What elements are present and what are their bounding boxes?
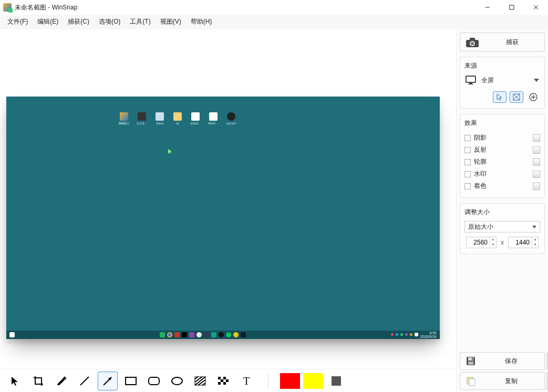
ellipse-tool[interactable] [167,372,187,390]
pixelate-tool[interactable] [213,372,233,390]
width-input[interactable]: ▲▼ [466,237,497,248]
svg-marker-30 [497,94,502,100]
svg-point-25 [471,42,474,45]
svg-rect-26 [466,76,475,82]
save-icon [466,356,476,366]
resize-panel: 调整大小 原始大小 ▲▼ x ▲▼ [460,203,545,254]
checkbox-icon[interactable] [464,171,471,177]
effect-settings-icon[interactable] [533,146,540,154]
svg-marker-5 [12,377,18,386]
title-bar: 未命名截图 - WinSnap [0,0,548,15]
effect-settings-icon[interactable] [533,158,540,166]
effect-colorize-row[interactable]: 着色 [464,180,540,192]
copy-icon [466,376,476,386]
height-input[interactable]: ▲▼ [508,237,539,248]
copy-button[interactable]: 复制 [460,372,545,390]
effect-reflection-row[interactable]: 反射 [464,144,540,156]
chevron-down-icon [534,79,539,82]
line-tool[interactable] [75,372,95,390]
svg-line-8 [80,377,89,385]
screenshot-taskbar: 8:55 2020/9/24 [6,331,440,339]
copy-dropdown-sliver[interactable] [546,372,548,390]
resize-header: 调整大小 [464,208,540,217]
resize-mode-select[interactable]: 原始大小 [464,221,540,232]
menu-edit[interactable]: 编辑(E) [33,15,63,28]
svg-rect-43 [469,379,475,386]
menu-options[interactable]: 选项(O) [95,15,125,28]
effect-outline-row[interactable]: 轮廓 [464,156,540,168]
svg-rect-15 [218,377,221,379]
effect-settings-icon[interactable] [533,183,540,190]
source-header: 来源 [464,61,540,70]
chevron-down-icon [532,226,536,228]
include-cursor-toggle[interactable] [493,91,506,103]
effects-header: 效果 [464,119,540,128]
svg-rect-12 [149,377,159,385]
checkbox-icon[interactable] [464,147,471,153]
source-mode-select[interactable]: 全屏 [464,75,540,86]
menu-file[interactable]: 文件(F) [3,15,32,28]
crop-tool[interactable] [28,372,48,390]
checkbox-icon[interactable] [464,183,471,189]
checkbox-icon[interactable] [464,159,471,165]
rectangle-tool[interactable] [121,372,141,390]
highlighter-tool[interactable] [51,372,71,390]
camera-icon [466,37,478,47]
color-primary-swatch[interactable] [280,373,300,389]
source-mode-label: 全屏 [481,76,494,85]
svg-point-13 [172,377,182,385]
capture-label: 捕获 [485,38,539,47]
color-picker-icon[interactable] [332,376,341,386]
canvas-area: WinSnap_v5.2.9.exe 打开桌面快捷路径... 回收站 (2) 若… [0,29,456,392]
add-region-button[interactable] [526,91,540,103]
screenshot-preview[interactable]: WinSnap_v5.2.9.exe 打开桌面快捷路径... 回收站 (2) 若… [6,97,440,339]
cursor-icon [168,149,171,152]
menu-view[interactable]: 视图(V) [156,15,185,28]
menu-bar: 文件(F) 编辑(E) 捕获(C) 选项(O) 工具(T) 视图(V) 帮助(H… [0,15,548,29]
menu-tools[interactable]: 工具(T) [126,15,154,28]
checkbox-icon[interactable] [464,135,471,141]
monitor-icon [466,76,476,85]
svg-rect-1 [510,5,514,9]
app-icon [3,3,12,12]
hatch-tool[interactable] [190,372,210,390]
rounded-rect-tool[interactable] [144,372,164,390]
svg-rect-16 [223,377,226,379]
menu-help[interactable]: 帮助(H) [187,15,216,28]
svg-rect-41 [472,358,473,360]
maximize-button[interactable] [500,0,524,15]
delay-toggle[interactable] [510,91,523,103]
svg-rect-17 [221,379,223,382]
color-secondary-swatch[interactable] [303,373,323,389]
save-button[interactable]: 保存 [460,352,545,370]
svg-rect-40 [468,362,473,365]
svg-rect-20 [223,382,226,385]
side-panel: 捕获 来源 全屏 [456,29,548,392]
svg-rect-11 [126,377,136,385]
effect-shadow-row[interactable]: 阴影 [464,132,540,144]
svg-rect-28 [468,84,473,84]
minimize-button[interactable] [475,0,500,15]
desktop-icons: WinSnap_v5.2.9.exe 打开桌面快捷路径... 回收站 (2) 若… [119,112,236,125]
dimension-x-label: x [501,239,504,246]
source-panel: 来源 全屏 [460,57,545,109]
svg-marker-37 [532,226,536,228]
svg-rect-19 [218,382,221,385]
effects-panel: 效果 阴影 反射 轮廓 水印 [460,114,545,198]
effect-settings-icon[interactable] [533,171,540,178]
capture-button[interactable]: 捕获 [460,33,545,51]
close-button[interactable] [524,0,548,15]
svg-rect-27 [469,83,472,84]
effect-watermark-row[interactable]: 水印 [464,168,540,180]
svg-marker-29 [534,79,539,82]
arrow-tool[interactable] [98,372,118,390]
effect-settings-icon[interactable] [533,134,540,142]
drawing-toolbar: T [0,369,456,392]
window-title: 未命名截图 - WinSnap [15,3,77,12]
pointer-tool[interactable] [5,372,25,390]
svg-rect-18 [226,379,229,382]
svg-rect-23 [470,38,475,40]
save-dropdown-sliver[interactable] [546,352,548,370]
menu-capture[interactable]: 捕获(C) [64,15,94,28]
text-tool[interactable]: T [236,372,256,390]
